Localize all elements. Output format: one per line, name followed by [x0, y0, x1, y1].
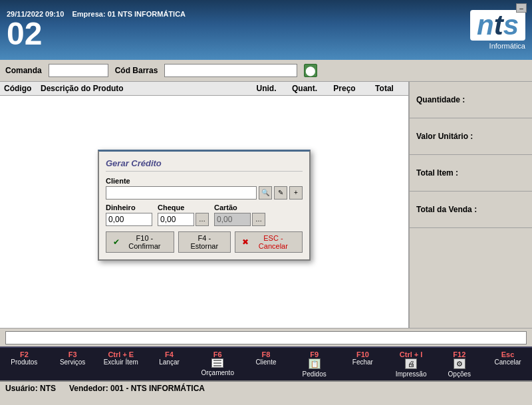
- cliente-add-btn[interactable]: +: [289, 186, 303, 200]
- comanda-label: Comanda: [5, 66, 42, 75]
- modal-cliente-row: Cliente 🔍 ✎ +: [106, 177, 303, 200]
- dinheiro-input[interactable]: [106, 213, 152, 226]
- cheque-label: Cheque: [158, 203, 209, 211]
- f12-label: Opções: [448, 370, 471, 378]
- total-item-panel: Total Item :: [410, 155, 532, 192]
- shortcut-bar: F2 Produtos F3 Serviços Ctrl + E Excluir…: [0, 346, 532, 380]
- scan-button[interactable]: ⬤: [304, 64, 317, 77]
- cliente-input-row: 🔍 ✎ +: [106, 186, 303, 200]
- cancel-button[interactable]: ✖ ESC - Cancelar: [235, 231, 303, 253]
- orcamento-icon: [211, 358, 223, 368]
- shortcut-f6[interactable]: F6 Orçamento: [198, 350, 237, 378]
- ctrl-e-key: Ctrl + E: [108, 350, 134, 358]
- f9-key: F9: [310, 350, 319, 358]
- cheque-btn[interactable]: …: [196, 213, 209, 226]
- f2-key: F2: [20, 350, 29, 358]
- f6-label: Orçamento: [201, 369, 234, 376]
- ctrl-e-label: Excluir Ítem: [104, 358, 138, 366]
- estornar-label: F4 - Estornar: [190, 234, 218, 250]
- orcamento-line1: [213, 360, 221, 361]
- shortcut-f12[interactable]: F12 ⚙ Opções: [440, 350, 479, 378]
- f3-key: F3: [68, 350, 77, 358]
- cod-barras-label: Cód Barras: [115, 66, 158, 75]
- check-icon: ✔: [113, 237, 120, 247]
- f3-label: Serviços: [60, 358, 85, 366]
- valor-unitario-label: Valor Unitário :: [416, 132, 473, 141]
- f8-key: F8: [262, 350, 271, 358]
- quantidade-label: Quantidade :: [416, 95, 465, 104]
- estornar-button[interactable]: F4 - Estornar: [178, 231, 231, 253]
- impressao-icon: 🖨: [405, 358, 417, 369]
- shortcut-f3[interactable]: F3 Serviços: [53, 350, 92, 378]
- modal-dinheiro-col: Dinheiro: [106, 203, 152, 226]
- modal-overlay: Gerar Crédito Cliente 🔍 ✎ + Dinh: [0, 96, 408, 325]
- minimize-button[interactable]: –: [516, 3, 527, 13]
- f8-label: Cliente: [255, 358, 276, 366]
- modal-cheque-col: Cheque …: [158, 203, 209, 226]
- header-left: 29/11/2022 09:10 Empresa: 01 NTS INFORMÁ…: [7, 10, 186, 50]
- cliente-label: Cliente: [106, 177, 303, 185]
- ctrl-i-key: Ctrl + I: [400, 350, 423, 358]
- vendedor-status: Vendedor: 001 - NTS INFORMÁTICA: [69, 384, 205, 393]
- shortcut-f8[interactable]: F8 Cliente: [246, 350, 286, 378]
- logo-nts: nts: [470, 10, 525, 41]
- toolbar: Comanda Cód Barras ⬤: [0, 60, 532, 82]
- shortcut-f4[interactable]: F4 Lançar: [150, 350, 190, 378]
- bottom-input-row: [0, 328, 532, 346]
- company-name: 01 NTS INFORMÁTICA: [108, 10, 186, 18]
- f10-key: F10: [356, 350, 369, 358]
- logo-t: t: [494, 9, 503, 41]
- quantidade-panel: Quantidade :: [410, 82, 532, 118]
- order-number: 02: [7, 18, 186, 50]
- total-venda-panel: Total da Venda :: [410, 192, 532, 228]
- cancel-label: ESC - Cancelar: [251, 234, 295, 250]
- orcamento-line2: [213, 362, 221, 364]
- cod-barras-input[interactable]: [164, 64, 297, 77]
- gerar-credito-modal: Gerar Crédito Cliente 🔍 ✎ + Dinh: [98, 150, 311, 261]
- f10-label: Fechar: [352, 358, 373, 366]
- cartao-input[interactable]: [214, 213, 251, 226]
- logo-s: s: [503, 9, 519, 41]
- modal-title: Gerar Crédito: [106, 158, 303, 172]
- pedidos-icon: 📋: [309, 358, 321, 369]
- modal-cartao-col: Cartão …: [214, 203, 265, 226]
- shortcut-ctrl-e[interactable]: Ctrl + E Excluir Ítem: [101, 350, 141, 378]
- f2-label: Produtos: [11, 358, 37, 366]
- logo-informatica: Informática: [489, 42, 525, 50]
- shortcut-ctrl-i[interactable]: Ctrl + I 🖨 Impressão: [391, 350, 431, 378]
- shortcut-f10[interactable]: F10 Fechar: [342, 350, 382, 378]
- ctrl-i-label: Impressão: [396, 370, 427, 378]
- f9-label: Pedidos: [303, 370, 327, 378]
- main-area: Código Descrição do Produto Unid. Quant.…: [0, 82, 532, 328]
- right-panel: Quantidade : Valor Unitário : Total Item…: [409, 82, 532, 328]
- confirm-button[interactable]: ✔ F10 - Confirmar: [106, 231, 174, 253]
- esc-key: Esc: [501, 350, 515, 358]
- dinheiro-label: Dinheiro: [106, 203, 152, 211]
- bottom-input[interactable]: [5, 331, 527, 344]
- total-item-label: Total Item :: [416, 168, 458, 178]
- confirm-label: F10 - Confirmar: [122, 234, 167, 250]
- shortcut-esc[interactable]: Esc Cancelar: [488, 350, 528, 378]
- company-label: Empresa:: [72, 10, 105, 18]
- f4-key: F4: [165, 350, 174, 358]
- table-area: Código Descrição do Produto Unid. Quant.…: [0, 82, 409, 328]
- header-logo: nts Informática: [470, 10, 525, 50]
- cartao-btn[interactable]: …: [252, 213, 265, 226]
- cartao-label: Cartão: [214, 203, 265, 211]
- cheque-input[interactable]: [158, 213, 194, 226]
- comanda-input[interactable]: [49, 64, 108, 77]
- shortcut-f2[interactable]: F2 Produtos: [4, 350, 44, 378]
- shortcut-f9[interactable]: F9 📋 Pedidos: [295, 350, 334, 378]
- header: 29/11/2022 09:10 Empresa: 01 NTS INFORMÁ…: [0, 0, 532, 60]
- modal-payment-cols: Dinheiro Cheque … Cartão: [106, 203, 303, 226]
- f6-key: F6: [213, 350, 222, 358]
- total-venda-label: Total da Venda :: [416, 205, 477, 214]
- x-icon: ✖: [242, 237, 249, 247]
- cliente-search-btn[interactable]: 🔍: [259, 186, 272, 200]
- status-bar: Usuário: NTS Vendedor: 001 - NTS INFORMÁ…: [0, 380, 532, 395]
- table-body: Gerar Crédito Cliente 🔍 ✎ + Dinh: [0, 96, 408, 325]
- opcoes-icon: ⚙: [454, 358, 466, 369]
- cliente-edit-btn[interactable]: ✎: [274, 186, 287, 200]
- cliente-input[interactable]: [106, 186, 257, 200]
- esc-label: Cancelar: [495, 358, 521, 366]
